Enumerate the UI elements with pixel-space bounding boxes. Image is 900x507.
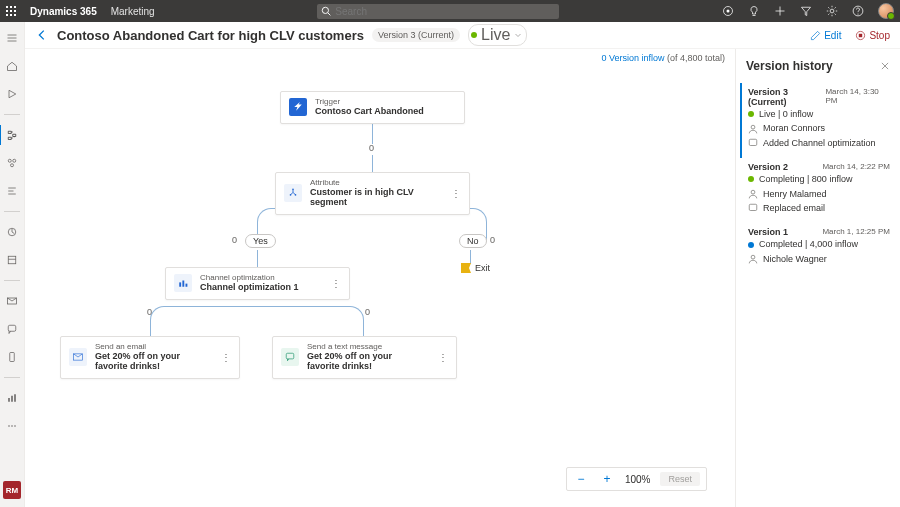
node-value: Channel optimization 1 [200,283,299,293]
flow-count: 0 [147,307,152,317]
nav-assets-icon[interactable] [4,252,20,268]
svg-line-30 [12,232,14,234]
brand-name: Dynamics 365 [22,6,105,17]
version-item[interactable]: Version 3 (Current)March 14, 3:30 PM Liv… [740,83,890,158]
person-icon [748,254,758,264]
assistant-icon[interactable] [722,5,734,17]
status-dot-icon [748,242,754,248]
node-send-sms[interactable]: Send a text messageGet 20% off on your f… [272,336,457,379]
node-more-icon[interactable]: ⋮ [215,352,231,363]
journey-canvas[interactable]: 0 Version inflow (of 4,800 total) Trigge… [25,49,735,507]
nav-email-icon[interactable] [4,293,20,309]
zoom-out-button[interactable]: − [573,472,589,486]
node-attribute[interactable]: AttributeCustomer is in high CLV segment… [275,172,470,215]
branch-icon [284,184,302,202]
nav-separator [4,114,20,115]
version-status: Completing | 800 inflow [759,172,852,186]
status-label: Live [481,26,510,44]
branch-no[interactable]: No [459,234,487,248]
connector [372,121,373,144]
left-nav-rail: RM [0,22,25,507]
svg-rect-47 [179,283,181,287]
exit-label: Exit [475,263,490,273]
zoom-reset-button[interactable]: Reset [660,472,700,486]
status-dropdown[interactable]: Live [468,24,527,46]
nav-play-icon[interactable] [4,86,20,102]
status-dot-icon [748,111,754,117]
nav-analytics-icon[interactable] [4,224,20,240]
svg-rect-49 [186,284,188,287]
app-name: Marketing [105,6,155,17]
node-value: Contoso Cart Abandoned [315,107,424,117]
nav-segments-icon[interactable] [4,155,20,171]
settings-icon[interactable] [826,5,838,17]
svg-rect-1 [10,6,12,8]
node-channel-optimization[interactable]: Channel optimizationChannel optimization… [165,267,350,300]
nav-push-icon[interactable] [4,349,20,365]
svg-point-9 [323,7,329,13]
search-wrap [317,4,559,19]
app-launcher-icon[interactable] [0,0,22,22]
nav-journeys-icon[interactable] [4,127,20,143]
nav-sms-icon[interactable] [4,321,20,337]
version-status: Completed | 4,000 inflow [759,237,858,251]
inflow-total: (of 4,800 total) [667,53,725,63]
branch-yes[interactable]: Yes [245,234,276,248]
svg-rect-38 [14,394,16,402]
edit-label: Edit [824,30,841,41]
svg-point-40 [11,425,13,427]
panel-title: Version history [746,59,833,73]
connector [470,250,471,264]
node-trigger[interactable]: TriggerContoso Cart Abandoned [280,91,465,124]
svg-rect-2 [14,6,16,8]
svg-rect-8 [14,14,16,16]
version-item[interactable]: Version 2March 14, 2:22 PM Completing | … [740,158,890,223]
flow-count: 0 [369,143,374,153]
svg-rect-37 [11,396,13,402]
stop-icon [855,30,866,41]
svg-point-23 [13,159,16,162]
area-switcher[interactable]: RM [3,481,21,499]
nav-more-icon[interactable] [4,418,20,434]
nav-menu-icon[interactable] [4,30,20,46]
add-icon[interactable] [774,5,786,17]
node-more-icon[interactable]: ⋮ [445,188,461,199]
connector [150,306,364,336]
version-pill[interactable]: Version 3 (Current) [372,28,460,42]
svg-line-10 [328,12,331,15]
version-time: March 14, 3:30 PM [825,87,890,107]
search-input[interactable] [317,4,559,19]
node-more-icon[interactable]: ⋮ [432,352,448,363]
status-dot-icon [471,32,477,38]
node-more-icon[interactable]: ⋮ [325,278,341,289]
edit-button[interactable]: Edit [810,30,841,41]
lightbulb-icon[interactable] [748,5,760,17]
svg-rect-5 [14,10,16,12]
nav-home-icon[interactable] [4,58,20,74]
back-icon[interactable] [35,28,49,42]
inflow-count: 0 Version inflow [601,53,664,63]
nav-forms-icon[interactable] [4,183,20,199]
exit-node: Exit [461,263,490,273]
svg-point-45 [290,194,292,196]
svg-rect-7 [10,14,12,16]
nav-reports-icon[interactable] [4,390,20,406]
zoom-in-button[interactable]: + [599,472,615,486]
version-author: Moran Connors [763,121,825,135]
zoom-level: 100% [625,474,651,485]
svg-rect-36 [8,398,10,402]
filter-icon[interactable] [800,5,812,17]
person-icon [748,124,758,134]
svg-point-44 [292,189,294,191]
node-send-email[interactable]: Send an emailGet 20% off on your favorit… [60,336,240,379]
user-avatar[interactable] [878,3,894,19]
svg-point-56 [751,190,755,194]
stop-button[interactable]: Stop [855,30,890,41]
svg-rect-4 [10,10,12,12]
version-item[interactable]: Version 1March 1, 12:25 PM Completed | 4… [740,223,890,274]
version-name: Version 1 [748,227,788,237]
close-icon[interactable] [880,61,890,71]
nav-separator [4,280,20,281]
help-icon[interactable] [852,5,864,17]
svg-rect-3 [6,10,8,12]
